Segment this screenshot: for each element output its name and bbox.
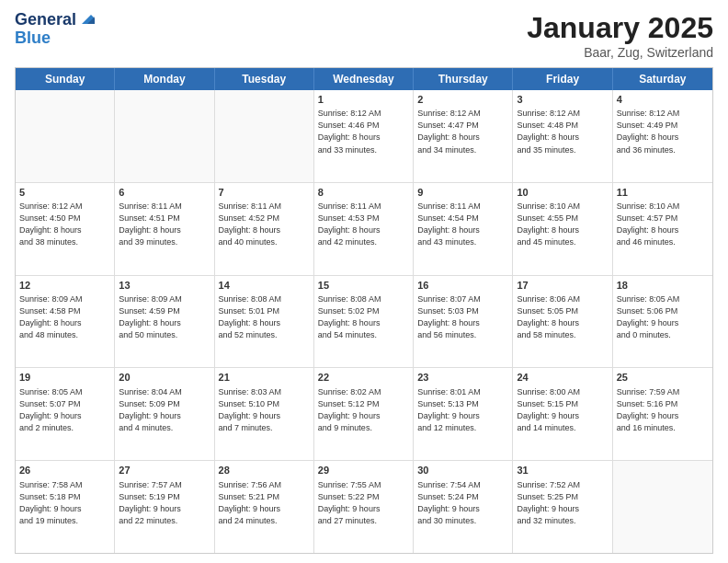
cell-info: Sunrise: 8:05 AM Sunset: 5:07 PM Dayligh… [19, 387, 83, 432]
calendar-cell-2: 2Sunrise: 8:12 AM Sunset: 4:47 PM Daylig… [414, 90, 513, 182]
cell-info: Sunrise: 7:52 AM Sunset: 5:25 PM Dayligh… [517, 480, 580, 525]
day-number: 30 [417, 464, 508, 477]
calendar-cell-25: 25Sunrise: 7:59 AM Sunset: 5:16 PM Dayli… [613, 368, 712, 460]
cell-info: Sunrise: 8:12 AM Sunset: 4:49 PM Dayligh… [617, 109, 680, 154]
header: General Blue January 2025 Baar, Zug, Swi… [15, 11, 713, 60]
day-number: 18 [617, 279, 709, 293]
calendar-cell-16: 16Sunrise: 8:07 AM Sunset: 5:03 PM Dayli… [414, 276, 513, 368]
calendar-row-1: 5Sunrise: 8:12 AM Sunset: 4:50 PM Daylig… [16, 183, 712, 276]
cell-info: Sunrise: 8:11 AM Sunset: 4:51 PM Dayligh… [119, 201, 182, 247]
calendar-cell-3: 3Sunrise: 8:12 AM Sunset: 4:48 PM Daylig… [513, 90, 612, 182]
cell-info: Sunrise: 8:12 AM Sunset: 4:46 PM Dayligh… [318, 109, 381, 154]
weekday-header-sunday: Sunday [16, 68, 115, 90]
calendar-cell-26: 26Sunrise: 7:58 AM Sunset: 5:18 PM Dayli… [16, 461, 115, 553]
day-number: 5 [19, 186, 110, 200]
day-number: 20 [119, 371, 210, 385]
calendar-cell-18: 18Sunrise: 8:05 AM Sunset: 5:06 PM Dayli… [613, 276, 712, 368]
title-section: January 2025 Baar, Zug, Switzerland [527, 11, 713, 60]
calendar-cell-empty-0-2 [215, 90, 314, 182]
day-number: 28 [219, 464, 310, 477]
cell-info: Sunrise: 8:11 AM Sunset: 4:52 PM Dayligh… [219, 201, 282, 247]
calendar-cell-13: 13Sunrise: 8:09 AM Sunset: 4:59 PM Dayli… [115, 276, 214, 368]
cell-info: Sunrise: 8:02 AM Sunset: 5:12 PM Dayligh… [318, 387, 381, 432]
calendar-cell-12: 12Sunrise: 8:09 AM Sunset: 4:58 PM Dayli… [16, 276, 115, 368]
calendar-cell-14: 14Sunrise: 8:08 AM Sunset: 5:01 PM Dayli… [215, 276, 314, 368]
weekday-header-tuesday: Tuesday [215, 68, 314, 90]
calendar-cell-15: 15Sunrise: 8:08 AM Sunset: 5:02 PM Dayli… [314, 276, 414, 368]
cell-info: Sunrise: 7:55 AM Sunset: 5:22 PM Dayligh… [318, 480, 381, 525]
day-number: 9 [417, 186, 508, 200]
calendar-cell-10: 10Sunrise: 8:10 AM Sunset: 4:55 PM Dayli… [513, 183, 612, 275]
day-number: 16 [417, 279, 508, 293]
weekday-header-saturday: Saturday [613, 68, 712, 90]
cell-info: Sunrise: 7:54 AM Sunset: 5:24 PM Dayligh… [417, 480, 481, 525]
weekday-header-wednesday: Wednesday [314, 68, 414, 90]
cell-info: Sunrise: 7:59 AM Sunset: 5:16 PM Dayligh… [617, 387, 680, 432]
day-number: 3 [517, 93, 608, 107]
calendar-cell-7: 7Sunrise: 8:11 AM Sunset: 4:52 PM Daylig… [215, 183, 314, 275]
day-number: 21 [219, 371, 310, 385]
cell-info: Sunrise: 7:56 AM Sunset: 5:21 PM Dayligh… [219, 480, 282, 525]
day-number: 22 [318, 371, 409, 385]
day-number: 29 [318, 464, 409, 477]
day-number: 31 [517, 464, 608, 477]
calendar-cell-27: 27Sunrise: 7:57 AM Sunset: 5:19 PM Dayli… [115, 461, 214, 553]
calendar-header: SundayMondayTuesdayWednesdayThursdayFrid… [16, 68, 712, 90]
cell-info: Sunrise: 8:12 AM Sunset: 4:47 PM Dayligh… [417, 109, 481, 154]
calendar-row-4: 26Sunrise: 7:58 AM Sunset: 5:18 PM Dayli… [16, 461, 712, 553]
logo-icon [78, 11, 95, 28]
calendar-row-0: 1Sunrise: 8:12 AM Sunset: 4:46 PM Daylig… [16, 90, 712, 183]
day-number: 17 [517, 279, 608, 293]
day-number: 12 [19, 279, 110, 293]
calendar-row-3: 19Sunrise: 8:05 AM Sunset: 5:07 PM Dayli… [16, 368, 712, 461]
cell-info: Sunrise: 8:08 AM Sunset: 5:02 PM Dayligh… [318, 294, 381, 339]
cell-info: Sunrise: 8:10 AM Sunset: 4:55 PM Dayligh… [517, 201, 580, 247]
calendar-cell-23: 23Sunrise: 8:01 AM Sunset: 5:13 PM Dayli… [414, 368, 513, 460]
calendar-cell-6: 6Sunrise: 8:11 AM Sunset: 4:51 PM Daylig… [115, 183, 214, 275]
cell-info: Sunrise: 8:00 AM Sunset: 5:15 PM Dayligh… [517, 387, 580, 432]
cell-info: Sunrise: 8:12 AM Sunset: 4:50 PM Dayligh… [19, 201, 83, 247]
day-number: 24 [517, 371, 608, 385]
calendar-cell-11: 11Sunrise: 8:10 AM Sunset: 4:57 PM Dayli… [613, 183, 712, 275]
calendar-cell-17: 17Sunrise: 8:06 AM Sunset: 5:05 PM Dayli… [513, 276, 612, 368]
logo-general: General [15, 11, 76, 29]
day-number: 26 [19, 464, 110, 477]
calendar-cell-31: 31Sunrise: 7:52 AM Sunset: 5:25 PM Dayli… [513, 461, 612, 553]
day-number: 14 [219, 279, 310, 293]
day-number: 19 [19, 371, 110, 385]
cell-info: Sunrise: 7:58 AM Sunset: 5:18 PM Dayligh… [19, 480, 83, 525]
cell-info: Sunrise: 8:08 AM Sunset: 5:01 PM Dayligh… [219, 294, 282, 339]
cell-info: Sunrise: 8:11 AM Sunset: 4:53 PM Dayligh… [318, 201, 381, 247]
day-number: 11 [617, 186, 709, 200]
day-number: 6 [119, 186, 210, 200]
cell-info: Sunrise: 8:01 AM Sunset: 5:13 PM Dayligh… [417, 387, 481, 432]
calendar-cell-19: 19Sunrise: 8:05 AM Sunset: 5:07 PM Dayli… [16, 368, 115, 460]
cell-info: Sunrise: 8:11 AM Sunset: 4:54 PM Dayligh… [417, 201, 481, 247]
day-number: 2 [417, 93, 508, 107]
calendar-cell-empty-0-1 [115, 90, 214, 182]
day-number: 27 [119, 464, 210, 477]
cell-info: Sunrise: 8:12 AM Sunset: 4:48 PM Dayligh… [517, 109, 580, 154]
cell-info: Sunrise: 8:03 AM Sunset: 5:10 PM Dayligh… [219, 387, 282, 432]
weekday-header-friday: Friday [513, 68, 612, 90]
day-number: 25 [617, 371, 709, 385]
cell-info: Sunrise: 8:04 AM Sunset: 5:09 PM Dayligh… [119, 387, 182, 432]
calendar-cell-29: 29Sunrise: 7:55 AM Sunset: 5:22 PM Dayli… [314, 461, 414, 553]
cell-info: Sunrise: 8:06 AM Sunset: 5:05 PM Dayligh… [517, 294, 580, 339]
title-month: January 2025 [527, 11, 713, 45]
day-number: 7 [219, 186, 310, 200]
cell-info: Sunrise: 8:09 AM Sunset: 4:59 PM Dayligh… [119, 294, 182, 339]
calendar-cell-1: 1Sunrise: 8:12 AM Sunset: 4:46 PM Daylig… [314, 90, 414, 182]
calendar-cell-4: 4Sunrise: 8:12 AM Sunset: 4:49 PM Daylig… [613, 90, 712, 182]
logo-blue: Blue [15, 29, 95, 48]
calendar-cell-8: 8Sunrise: 8:11 AM Sunset: 4:53 PM Daylig… [314, 183, 414, 275]
calendar-row-2: 12Sunrise: 8:09 AM Sunset: 4:58 PM Dayli… [16, 276, 712, 369]
calendar-cell-30: 30Sunrise: 7:54 AM Sunset: 5:24 PM Dayli… [414, 461, 513, 553]
calendar-cell-9: 9Sunrise: 8:11 AM Sunset: 4:54 PM Daylig… [414, 183, 513, 275]
calendar-cell-21: 21Sunrise: 8:03 AM Sunset: 5:10 PM Dayli… [215, 368, 314, 460]
calendar-cell-24: 24Sunrise: 8:00 AM Sunset: 5:15 PM Dayli… [513, 368, 612, 460]
cell-info: Sunrise: 8:05 AM Sunset: 5:06 PM Dayligh… [617, 294, 680, 339]
logo: General Blue [15, 11, 95, 48]
cell-info: Sunrise: 7:57 AM Sunset: 5:19 PM Dayligh… [119, 480, 182, 525]
day-number: 23 [417, 371, 508, 385]
